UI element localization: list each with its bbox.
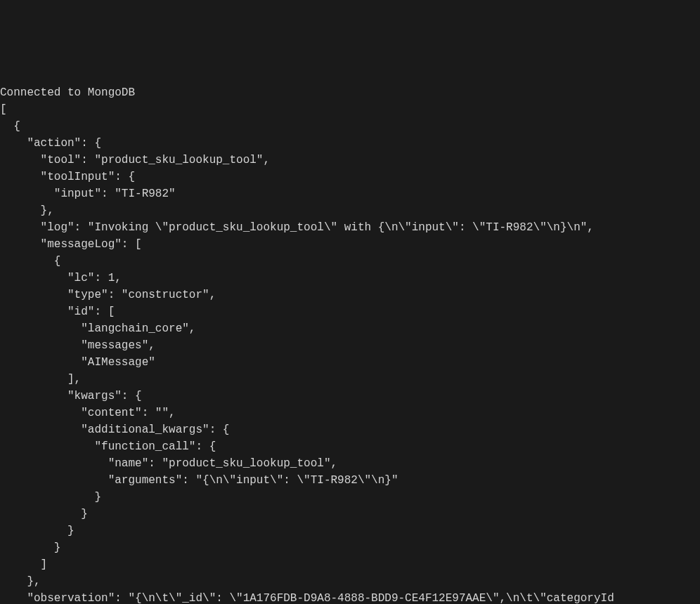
- output-line: "action": {: [0, 137, 101, 150]
- output-line: "observation": "{\n\t\"_id\": \"1A176FDB…: [0, 592, 614, 604]
- output-line: },: [0, 575, 41, 588]
- output-line: {: [0, 255, 60, 268]
- output-line: "messageLog": [: [0, 238, 142, 251]
- output-line: "arguments": "{\n\"input\": \"TI-R982\"\…: [0, 474, 398, 487]
- output-line: "additional_kwargs": {: [0, 424, 229, 436]
- output-line: "content": "",: [0, 407, 176, 419]
- output-line: }: [0, 525, 74, 537]
- output-line: ],: [0, 373, 81, 386]
- output-line: "log": "Invoking \"product_sku_lookup_to…: [0, 221, 594, 234]
- output-line: "name": "product_sku_lookup_tool",: [0, 457, 337, 470]
- output-line: }: [0, 541, 60, 554]
- output-line: "function_call": {: [0, 440, 216, 453]
- output-line: }: [0, 508, 88, 520]
- output-line: {: [0, 120, 20, 133]
- output-line: Connected to MongoDB: [0, 86, 135, 99]
- output-line: "kwargs": {: [0, 390, 142, 402]
- output-line: "AIMessage": [0, 356, 155, 369]
- output-line: "input": "TI-R982": [0, 188, 176, 200]
- output-line: ]: [0, 558, 47, 571]
- output-line: "type": "constructor",: [0, 289, 216, 301]
- terminal-output: Connected to MongoDB [ { "action": { "to…: [0, 67, 700, 604]
- output-line: "messages",: [0, 339, 155, 352]
- output-line: "toolInput": {: [0, 171, 135, 183]
- output-line: [: [0, 103, 7, 116]
- output-line: "lc": 1,: [0, 272, 122, 284]
- output-line: },: [0, 204, 54, 217]
- output-line: "id": [: [0, 306, 115, 318]
- output-line: }: [0, 491, 101, 504]
- output-line: "tool": "product_sku_lookup_tool",: [0, 154, 270, 166]
- output-line: "langchain_core",: [0, 322, 195, 335]
